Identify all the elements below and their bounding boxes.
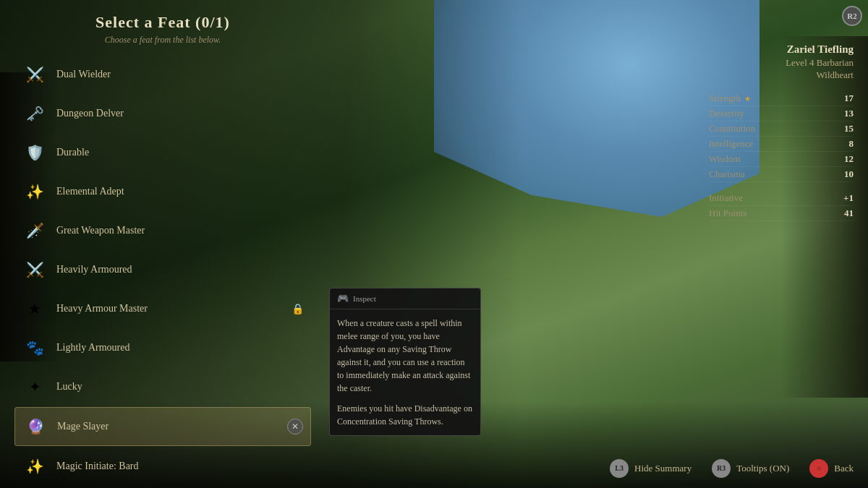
list-item[interactable]: 🛡️ Durable: [14, 134, 311, 171]
inspect-icon: 🎮: [337, 293, 349, 304]
tooltip-header: 🎮 Inspect: [330, 288, 480, 309]
stat-name-dexterity: Dexterity: [709, 108, 744, 119]
panel-subtitle: Choose a feat from the list below.: [0, 35, 326, 46]
r3-label: R3: [717, 464, 726, 472]
feat-name-lucky: Lucky: [56, 381, 82, 393]
tooltip-header-label: Inspect: [353, 294, 376, 303]
stat-value-wisdom: 12: [844, 153, 854, 165]
feat-name-great-weapon-master: Great Weapon Master: [56, 225, 145, 236]
list-item[interactable]: ★ Heavy Armour Master 🔒: [14, 290, 311, 328]
feat-icon-durable: 🛡️: [22, 140, 48, 166]
feat-icon-dual-wielder: ⚔️: [22, 61, 48, 87]
back-action[interactable]: ○ Back: [809, 459, 854, 478]
feat-icon-heavily-armoured: ⚔️: [22, 257, 48, 283]
stat-value-strength: 17: [844, 93, 854, 104]
feat-icon-great-weapon-master: 🗡️: [22, 218, 48, 244]
feat-name-heavy-armour-master: Heavy Armour Master: [56, 303, 148, 314]
list-item[interactable]: ⚔️ Dual Wielder: [14, 56, 311, 93]
stat-name-intelligence: Intelligence: [709, 138, 753, 150]
stat-name-hit-points: Hit Points: [709, 207, 746, 219]
tooltip-body: When a creature casts a spell within mel…: [330, 309, 480, 435]
tooltip-description-2: Enemies you hit have Disadvantage on Con…: [337, 402, 473, 428]
hide-summary-action[interactable]: L3 Hide Summary: [610, 459, 692, 478]
list-item[interactable]: ⚔️ Heavily Armoured: [14, 251, 311, 288]
stat-value-dexterity: 13: [844, 108, 854, 119]
stat-row-wisdom: Wisdom 12: [709, 152, 854, 167]
tooltips-button[interactable]: R3: [712, 459, 731, 478]
stat-row-constitution: Constitution 15: [709, 121, 854, 137]
feat-selection-panel: Select a Feat (0/1) Choose a feat from t…: [0, 0, 326, 488]
character-class-line1: Level 4 Barbarian: [709, 57, 854, 69]
strength-star-icon: ★: [744, 95, 751, 103]
list-item[interactable]: 🗝️ Dungeon Delver: [14, 95, 311, 132]
back-button[interactable]: ○: [809, 459, 828, 478]
feat-name-dual-wielder: Dual Wielder: [56, 69, 111, 80]
stat-row-intelligence: Intelligence 8: [709, 137, 854, 152]
circle-label: ○: [817, 464, 821, 472]
feat-list: ⚔️ Dual Wielder 🗝️ Dungeon Delver 🛡️ Dur…: [0, 56, 326, 488]
feat-icon-lightly-armoured: 🐾: [22, 335, 48, 361]
stat-value-charisma: 10: [844, 168, 854, 180]
feat-icon-lucky: ✦: [22, 374, 48, 400]
tooltips-label: Tooltips (ON): [736, 463, 789, 474]
bottom-action-bar: L3 Hide Summary R3 Tooltips (ON) ○ Back: [0, 448, 868, 488]
stat-row-hit-points: Hit Points 41: [709, 206, 854, 221]
character-class-line2: Wildheart: [709, 69, 854, 81]
stat-value-hit-points: 41: [844, 207, 854, 219]
feat-name-heavily-armoured: Heavily Armoured: [56, 264, 132, 275]
feat-icon-elemental-adept: ✨: [22, 179, 48, 205]
feat-tooltip-popup: 🎮 Inspect When a creature casts a spell …: [329, 288, 481, 436]
character-name: Zariel Tiefling: [709, 43, 854, 56]
lock-icon: 🔒: [292, 303, 304, 315]
stats-divider: [709, 182, 854, 191]
feat-name-lightly-armoured: Lightly Armoured: [56, 342, 130, 354]
list-item[interactable]: ✨ Elemental Adept: [14, 173, 311, 210]
character-stats-panel: Zariel Tiefling Level 4 Barbarian Wildhe…: [709, 43, 854, 221]
feat-name-durable: Durable: [56, 147, 89, 158]
list-item[interactable]: 🗡️ Great Weapon Master: [14, 212, 311, 249]
back-label: Back: [834, 463, 854, 474]
tooltip-description-1: When a creature casts a spell within mel…: [337, 317, 473, 395]
stat-name-charisma: Charisma: [709, 168, 745, 180]
feat-icon-mage-slayer: 🔮: [22, 414, 48, 440]
stats-section: Strength ★ 17 Dexterity 13 Constitution …: [709, 91, 854, 221]
deselect-icon[interactable]: ✕: [287, 419, 303, 435]
hide-summary-button[interactable]: L3: [610, 459, 629, 478]
feat-name-mage-slayer: Mage Slayer: [57, 421, 109, 432]
feat-name-elemental-adept: Elemental Adept: [56, 186, 124, 197]
tooltips-action[interactable]: R3 Tooltips (ON): [712, 459, 789, 478]
stat-row-charisma: Charisma 10: [709, 167, 854, 182]
stat-name-wisdom: Wisdom: [709, 153, 741, 165]
stat-row-initiative: Initiative +1: [709, 191, 854, 206]
stat-name-strength: Strength ★: [709, 93, 751, 104]
feat-name-dungeon-delver: Dungeon Delver: [56, 108, 124, 119]
stat-row-dexterity: Dexterity 13: [709, 106, 854, 121]
list-item-selected[interactable]: 🔮 Mage Slayer ✕: [14, 407, 311, 446]
stat-name-initiative: Initiative: [709, 192, 743, 204]
stat-value-intelligence: 8: [849, 138, 854, 150]
r2-badge: R2: [842, 6, 862, 26]
stat-row-strength: Strength ★ 17: [709, 91, 854, 106]
stat-value-initiative: +1: [843, 192, 854, 204]
list-item[interactable]: ✦ Lucky: [14, 368, 311, 406]
l3-label: L3: [615, 464, 624, 472]
list-item[interactable]: 🐾 Lightly Armoured: [14, 329, 311, 367]
panel-title: Select a Feat (0/1): [0, 0, 326, 35]
stat-name-constitution: Constitution: [709, 123, 755, 134]
hide-summary-label: Hide Summary: [634, 463, 692, 474]
stat-value-constitution: 15: [844, 123, 854, 134]
feat-icon-heavy-armour-master: ★: [22, 296, 48, 322]
feat-icon-dungeon-delver: 🗝️: [22, 100, 48, 127]
